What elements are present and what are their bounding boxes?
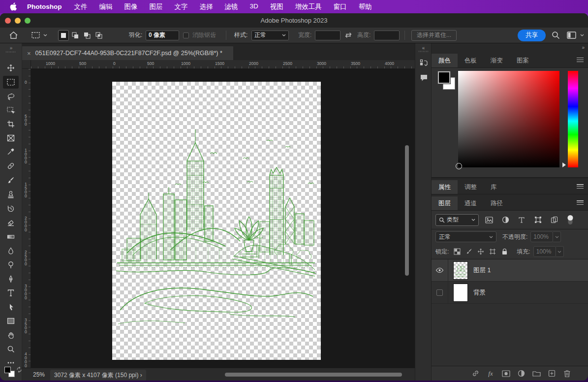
horizontal-ruler[interactable]: 100050005001000150020002500300035004000 [31, 60, 415, 68]
filter-adjustment-layers-icon[interactable] [499, 214, 511, 226]
lock-artboard-icon[interactable] [488, 247, 497, 256]
tab-patterns[interactable]: 图案 [510, 54, 536, 67]
menu-app-name[interactable]: Photoshop [27, 3, 62, 10]
menu-item[interactable]: 帮助 [359, 2, 372, 11]
collapse-dock-chevron[interactable]: « [415, 45, 431, 51]
blend-mode-dropdown[interactable]: 正常 [435, 231, 496, 242]
layer-filter-toggle[interactable] [564, 214, 576, 226]
hue-slider-marker[interactable] [562, 162, 566, 167]
tool-hand[interactable] [3, 329, 19, 342]
lock-position-icon[interactable] [476, 247, 485, 256]
tool-history-brush[interactable] [3, 202, 19, 215]
menu-item[interactable]: 图层 [150, 2, 163, 11]
subtract-from-selection-button[interactable] [82, 30, 93, 41]
opacity-dropdown-chevron[interactable] [553, 231, 561, 242]
tool-rectangular-marquee[interactable] [3, 76, 19, 89]
filter-type-layers-icon[interactable] [516, 214, 527, 226]
foreground-color-swatch[interactable] [438, 71, 450, 84]
version-history-icon[interactable] [419, 58, 429, 68]
add-layer-mask-icon[interactable] [501, 369, 510, 378]
tool-frame[interactable] [3, 131, 19, 144]
lock-image-pixels-icon[interactable] [464, 247, 473, 256]
new-layer-icon[interactable] [547, 369, 556, 378]
width-input[interactable] [315, 28, 340, 43]
menu-item[interactable]: 3D [250, 2, 258, 11]
layer-name[interactable]: 图层 1 [473, 266, 491, 275]
select-and-mask-button[interactable]: 选择并遮住... [411, 28, 457, 43]
menu-item[interactable]: 窗口 [334, 2, 347, 11]
tool-move[interactable] [3, 62, 19, 74]
tab-layers[interactable]: 图层 [432, 196, 458, 210]
layer-row-1[interactable]: 图层 1 [432, 259, 588, 282]
color-selector-ring[interactable] [456, 163, 462, 169]
menu-item[interactable]: 滤镜 [225, 2, 238, 11]
filter-shape-layers-icon[interactable] [532, 214, 544, 226]
style-dropdown[interactable]: 正常 [251, 28, 289, 43]
home-button[interactable] [9, 28, 18, 43]
menu-item[interactable]: 增效工具 [295, 2, 322, 11]
height-input[interactable] [374, 28, 400, 43]
vertical-ruler[interactable]: 05001000150020002500300035004000 [22, 69, 31, 368]
tool-object-selection[interactable] [3, 104, 19, 117]
ruler-origin-box[interactable] [22, 60, 31, 68]
document-info[interactable]: 3072 像素 x 4107 像素 (150 ppi) › [50, 370, 146, 381]
tab-channels[interactable]: 通道 [458, 196, 484, 210]
layer-thumbnail[interactable] [453, 261, 468, 280]
tab-adjustments[interactable]: 调整 [458, 180, 484, 194]
tool-zoom[interactable] [3, 343, 19, 355]
feather-input[interactable]: 0 像素 [146, 28, 179, 43]
lock-transparent-pixels-icon[interactable] [453, 247, 462, 256]
opacity-value[interactable]: 100% [530, 231, 553, 242]
tab-paths[interactable]: 路径 [484, 196, 510, 210]
add-to-selection-button[interactable] [70, 30, 81, 41]
panel-menu-icon[interactable] [577, 200, 584, 205]
menu-item[interactable]: 视图 [270, 2, 283, 11]
lock-all-icon[interactable] [500, 247, 509, 256]
current-tool-icon[interactable] [31, 28, 47, 43]
link-layers-icon[interactable] [471, 369, 480, 378]
search-icon[interactable] [552, 28, 560, 43]
new-group-icon[interactable] [532, 369, 541, 378]
layer-filter-type-dropdown[interactable]: 类型 [435, 214, 479, 226]
tab-gradients[interactable]: 渐变 [484, 54, 510, 67]
tab-swatches[interactable]: 色板 [458, 54, 484, 67]
share-button[interactable]: 共享 [518, 28, 546, 43]
tool-rectangle-shape[interactable] [3, 315, 19, 327]
filter-pixel-layers-icon[interactable] [483, 214, 495, 226]
foreground-background-swatches[interactable] [4, 367, 22, 378]
layer-name[interactable]: 背景 [473, 288, 486, 297]
tool-clone-stamp[interactable] [3, 188, 19, 201]
menu-item[interactable]: 文字 [175, 2, 188, 11]
tool-gradient[interactable] [3, 230, 19, 243]
tool-eyedropper[interactable] [3, 145, 19, 158]
collapse-panels-chevron[interactable]: » [582, 45, 584, 50]
menu-item[interactable]: 文件 [74, 2, 88, 11]
close-document-icon[interactable]: × [27, 50, 31, 57]
layer-effects-icon[interactable]: fx [486, 369, 495, 378]
tool-crop[interactable] [3, 118, 19, 130]
tool-pen[interactable] [3, 273, 19, 286]
menu-item[interactable]: 选择 [200, 2, 213, 11]
delete-layer-icon[interactable] [562, 369, 571, 378]
layer-visibility-toggle[interactable] [432, 282, 448, 303]
menu-item[interactable]: 编辑 [99, 2, 113, 11]
filter-smart-objects-icon[interactable] [548, 214, 560, 226]
tool-brush[interactable] [3, 174, 19, 187]
document-canvas[interactable] [112, 82, 321, 360]
panel-menu-icon[interactable] [577, 58, 584, 62]
swap-dimensions-icon[interactable] [344, 28, 352, 43]
tab-libraries[interactable]: 库 [484, 180, 504, 194]
tool-dodge[interactable] [3, 258, 19, 271]
workspace-switcher-icon[interactable] [567, 28, 584, 43]
menu-item[interactable]: 图像 [124, 2, 138, 11]
intersect-selection-button[interactable] [93, 30, 104, 41]
apple-menu-icon[interactable] [9, 2, 17, 11]
expand-tools-chevron[interactable]: » [0, 45, 22, 51]
tool-eraser[interactable] [3, 217, 19, 229]
layer-thumbnail[interactable] [453, 284, 468, 302]
tool-blur[interactable] [3, 245, 19, 257]
tab-color[interactable]: 颜色 [432, 54, 458, 67]
fill-dropdown-chevron[interactable] [556, 246, 564, 257]
tool-type[interactable] [3, 286, 19, 299]
saturation-brightness-box[interactable] [458, 71, 559, 167]
